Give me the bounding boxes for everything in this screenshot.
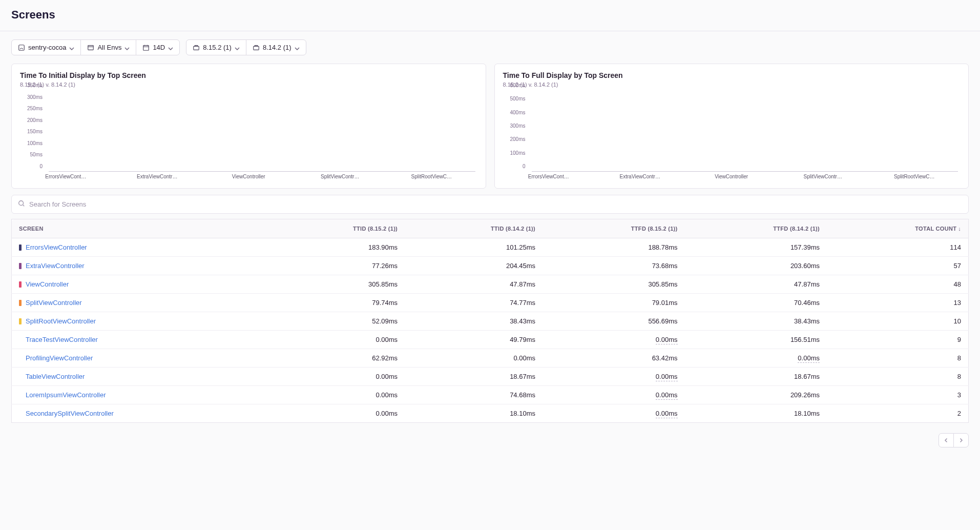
filter-bar: sentry-cocoa All Envs 14D <box>0 31 980 64</box>
column-header[interactable]: TTFD (8.14.2 (1)) <box>685 219 827 238</box>
cell-ttfd-b: 70.46ms <box>685 294 827 312</box>
pagination <box>0 433 980 458</box>
screen-link[interactable]: SplitRootViewController <box>26 317 96 325</box>
cell-ttid-a: 0.00ms <box>267 404 405 423</box>
y-tick: 300ms <box>20 94 43 99</box>
release-b-selector[interactable]: 8.14.2 (1) <box>246 39 306 55</box>
cell-ttid-b: 74.77ms <box>405 294 543 312</box>
row-color-indicator <box>19 355 22 361</box>
release-a-selector[interactable]: 8.15.2 (1) <box>186 39 246 55</box>
screen-link[interactable]: TraceTestViewController <box>26 336 98 343</box>
cell-ttfd-a: 73.68ms <box>543 257 684 275</box>
cell-ttid-b: 74.68ms <box>405 386 543 404</box>
y-tick: 100ms <box>20 140 43 146</box>
page-next-button[interactable] <box>953 433 969 447</box>
table-row: SecondarySplitViewController0.00ms18.10m… <box>12 404 969 423</box>
env-label: All Envs <box>97 44 121 51</box>
chart-ttfd-card: Time To Full Display by Top Screen 8.15.… <box>494 64 969 189</box>
chevron-left-icon <box>944 437 949 444</box>
screen-link[interactable]: ViewController <box>26 280 69 288</box>
svg-rect-4 <box>254 46 259 50</box>
cell-ttfd-b: 209.26ms <box>685 386 827 404</box>
cell-ttid-b: 18.67ms <box>405 368 543 386</box>
x-label: SplitViewContr… <box>295 174 386 183</box>
screen-link[interactable]: SecondarySplitViewController <box>26 410 114 417</box>
row-color-indicator <box>19 337 22 343</box>
table-header: SCREENTTID (8.15.2 (1))TTID (8.14.2 (1))… <box>12 219 969 238</box>
table-body: ErrorsViewController183.90ms101.25ms188.… <box>12 238 969 423</box>
screens-table: SCREENTTID (8.15.2 (1))TTID (8.14.2 (1))… <box>11 219 969 423</box>
y-tick: 150ms <box>20 129 43 134</box>
table-row: ExtraViewController77.26ms204.45ms73.68m… <box>12 257 969 275</box>
x-label: ErrorsViewCont… <box>503 174 595 183</box>
row-color-indicator <box>19 244 22 251</box>
y-tick: 600ms <box>503 83 526 88</box>
cell-total-count: 8 <box>827 349 969 368</box>
cell-ttfd-a: 0.00ms <box>543 331 684 349</box>
table-row: LoremIpsumViewController0.00ms74.68ms0.0… <box>12 386 969 404</box>
screen-link[interactable]: TableViewController <box>26 373 85 380</box>
row-color-indicator <box>19 263 22 269</box>
cell-ttid-a: 305.85ms <box>267 275 405 294</box>
chevron-down-icon <box>124 45 130 50</box>
env-selector[interactable]: All Envs <box>80 39 136 55</box>
cell-ttid-b: 38.43ms <box>405 312 543 331</box>
cell-ttfd-a: 0.00ms <box>543 404 684 423</box>
charts-row: Time To Initial Display by Top Screen 8.… <box>0 64 980 189</box>
chevron-right-icon <box>958 437 964 444</box>
column-header[interactable]: TTID (8.14.2 (1)) <box>405 219 543 238</box>
row-color-indicator <box>19 392 22 398</box>
column-header[interactable]: SCREEN <box>12 219 267 238</box>
column-header[interactable]: TOTAL COUNT↓ <box>827 219 969 238</box>
project-selector[interactable]: sentry-cocoa <box>11 39 81 55</box>
screen-link[interactable]: ErrorsViewController <box>26 243 87 251</box>
release-a-label: 8.15.2 (1) <box>203 44 232 51</box>
cell-ttid-a: 183.90ms <box>267 238 405 257</box>
y-tick: 0 <box>503 164 526 169</box>
cell-ttid-a: 62.92ms <box>267 349 405 368</box>
cell-ttid-a: 0.00ms <box>267 386 405 404</box>
page-prev-button[interactable] <box>939 433 954 447</box>
svg-rect-3 <box>194 46 199 50</box>
cell-ttfd-b: 38.43ms <box>685 312 827 331</box>
y-tick: 200ms <box>20 117 43 123</box>
y-tick: 200ms <box>503 136 526 142</box>
x-label: SplitRootViewC… <box>869 174 961 183</box>
screen-link[interactable]: SplitViewController <box>26 299 82 307</box>
cell-ttfd-a: 188.78ms <box>543 238 684 257</box>
screen-link[interactable]: ExtraViewController <box>26 262 85 270</box>
screen-link[interactable]: ProfilingViewController <box>26 354 93 362</box>
x-label: ExtraViewContr… <box>112 174 203 183</box>
project-label: sentry-cocoa <box>28 44 66 51</box>
row-color-indicator <box>19 374 22 380</box>
column-header[interactable]: TTID (8.15.2 (1)) <box>267 219 405 238</box>
cell-total-count: 9 <box>827 331 969 349</box>
search-box[interactable] <box>11 195 969 214</box>
cell-ttfd-b: 157.39ms <box>685 238 827 257</box>
screen-link[interactable]: LoremIpsumViewController <box>26 391 106 399</box>
cell-ttid-a: 79.74ms <box>267 294 405 312</box>
chart-subtitle: 8.15.2 (1) v. 8.14.2 (1) <box>503 81 961 88</box>
chevron-down-icon <box>235 45 240 50</box>
table-row: SplitViewController79.74ms74.77ms79.01ms… <box>12 294 969 312</box>
cell-ttfd-b: 18.10ms <box>685 404 827 423</box>
cell-total-count: 2 <box>827 404 969 423</box>
cell-ttid-a: 0.00ms <box>267 331 405 349</box>
cell-total-count: 114 <box>827 238 969 257</box>
cell-ttid-b: 49.79ms <box>405 331 543 349</box>
chart-title: Time To Initial Display by Top Screen <box>20 71 477 79</box>
svg-rect-1 <box>88 45 94 50</box>
cell-ttid-a: 52.09ms <box>267 312 405 331</box>
y-tick: 0 <box>20 164 43 169</box>
search-input[interactable] <box>29 200 962 208</box>
svg-rect-2 <box>143 45 149 50</box>
y-tick: 400ms <box>503 109 526 115</box>
range-selector[interactable]: 14D <box>136 39 180 55</box>
cell-total-count: 10 <box>827 312 969 331</box>
column-header[interactable]: TTFD (8.15.2 (1)) <box>543 219 684 238</box>
x-label: ViewController <box>686 174 778 183</box>
cell-ttid-a: 77.26ms <box>267 257 405 275</box>
cell-ttfd-b: 156.51ms <box>685 331 827 349</box>
table-row: ViewController305.85ms47.87ms305.85ms47.… <box>12 275 969 294</box>
y-tick: 300ms <box>503 123 526 129</box>
